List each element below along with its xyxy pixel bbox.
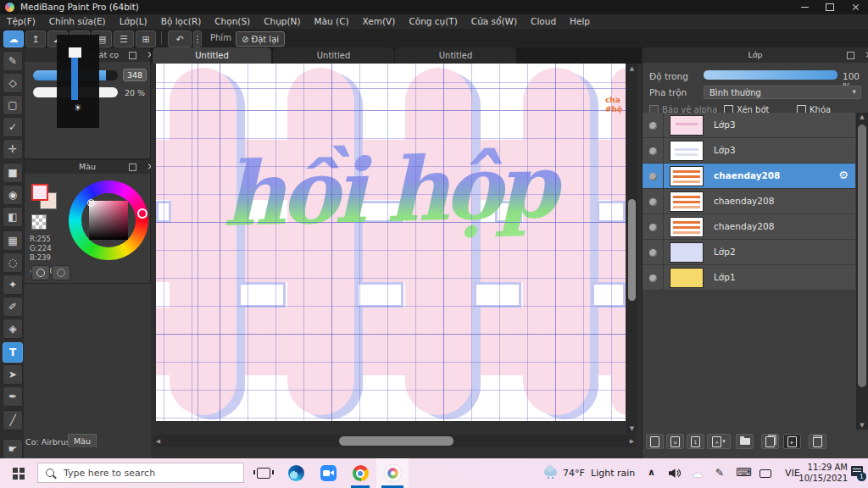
- undo-menu-button[interactable]: ⋮: [193, 30, 202, 47]
- layer-row[interactable]: Lớp1: [643, 265, 855, 291]
- cloud-sync-button[interactable]: ☁: [3, 30, 24, 47]
- layer-visibility-toggle[interactable]: [643, 138, 664, 164]
- menu-bo-loc[interactable]: Bộ lọc(R): [154, 14, 209, 29]
- popout-icon[interactable]: [129, 52, 136, 59]
- menu-help[interactable]: Help: [563, 14, 597, 29]
- undo-button[interactable]: ↶: [168, 30, 192, 47]
- transparent-color-swatch[interactable]: [31, 214, 47, 230]
- canvas[interactable]: hồi hộp cha #hộ: [156, 64, 626, 421]
- color-dock-tab[interactable]: Màu: [68, 434, 97, 447]
- layer-row-selected[interactable]: chaenday208 ⚙: [643, 164, 855, 189]
- delete-layer-button[interactable]: [809, 434, 826, 449]
- weather-temp[interactable]: 74°F: [563, 468, 585, 479]
- layers-scrollbar[interactable]: ▲ ▼: [856, 113, 868, 430]
- popout-icon[interactable]: [847, 52, 854, 59]
- search-input[interactable]: [37, 463, 244, 483]
- menu-cong-cu[interactable]: Công cụ(T): [402, 14, 464, 29]
- horizontal-scroll-thumb[interactable]: [339, 436, 453, 446]
- new-folder-button[interactable]: [736, 434, 754, 449]
- foreground-color-swatch[interactable]: [31, 184, 48, 201]
- menu-mau[interactable]: Màu (C): [308, 14, 356, 29]
- onedrive-icon[interactable]: ☁: [692, 467, 703, 480]
- slider-track[interactable]: [71, 58, 78, 100]
- tool-select-pen[interactable]: ✐: [3, 297, 23, 317]
- scroll-up-icon[interactable]: ▲: [856, 114, 868, 120]
- task-view-button[interactable]: [248, 458, 280, 488]
- layers-scroll-thumb[interactable]: [858, 125, 866, 387]
- weather-desc[interactable]: Light rain: [591, 468, 635, 479]
- tool-brush[interactable]: ✎: [3, 51, 23, 71]
- tool-gradient[interactable]: ◧: [3, 207, 23, 227]
- menu-chup[interactable]: Chụp(N): [257, 14, 307, 29]
- menu-chinh-sua[interactable]: Chỉnh sửa(E): [42, 14, 113, 29]
- close-button[interactable]: [843, 0, 868, 14]
- palette-button[interactable]: [31, 265, 50, 280]
- layer-row[interactable]: chaenday208: [643, 214, 855, 240]
- menu-lop[interactable]: Lớp(L): [113, 14, 154, 29]
- start-button[interactable]: [0, 458, 37, 488]
- add-layer-menu-button[interactable]: +▾: [707, 434, 731, 449]
- tool-magic-wand[interactable]: ✦: [3, 274, 23, 295]
- edge-app-button[interactable]: [280, 458, 312, 488]
- scroll-down-icon[interactable]: ▼: [856, 422, 868, 429]
- add-8bit-layer-button[interactable]: a: [666, 434, 684, 449]
- document-tab-2[interactable]: Untitled: [273, 47, 394, 64]
- tool-lasso[interactable]: ◌: [3, 252, 23, 273]
- menu-cloud[interactable]: Cloud: [524, 14, 563, 29]
- menu-xem[interactable]: Xem(V): [356, 14, 403, 29]
- tool-text[interactable]: T: [3, 342, 23, 363]
- menu-tep[interactable]: Tệp(F): [0, 14, 42, 29]
- add-layer-button[interactable]: [646, 434, 664, 449]
- menu-cua-so[interactable]: Cửa sổ(W): [465, 14, 524, 29]
- document-tab-1[interactable]: Untitled: [153, 47, 271, 64]
- minimize-button[interactable]: [792, 0, 817, 14]
- duplicate-layer-button[interactable]: [761, 434, 779, 449]
- grid-button[interactable]: ⊞: [136, 30, 156, 47]
- layer-visibility-toggle[interactable]: [643, 189, 664, 214]
- tool-eyedropper[interactable]: ╱: [3, 410, 23, 430]
- document-tab-3[interactable]: Untitled: [395, 47, 516, 64]
- palette-add-button[interactable]: [52, 265, 70, 280]
- tool-select-eraser[interactable]: ◈: [3, 319, 23, 339]
- popout-icon[interactable]: [129, 164, 136, 171]
- layer-row[interactable]: Lớp2: [643, 240, 855, 265]
- touch-keyboard-icon[interactable]: ⌨: [736, 466, 752, 479]
- layer-row[interactable]: Lớp3: [643, 138, 855, 164]
- tool-dot-pen[interactable]: ✓: [3, 117, 23, 137]
- saturation-value-square[interactable]: [89, 201, 128, 240]
- layer-opacity-slider[interactable]: [704, 70, 837, 80]
- volume-icon[interactable]: [668, 467, 681, 483]
- chrome-app-button[interactable]: [344, 458, 376, 488]
- canvas-horizontal-scrollbar[interactable]: ◀ ▶: [153, 435, 637, 447]
- list-button[interactable]: ☰: [114, 30, 134, 47]
- restore-button[interactable]: [817, 0, 843, 14]
- tool-move[interactable]: ✛: [3, 139, 23, 159]
- scroll-left-icon[interactable]: ◀: [153, 438, 164, 445]
- scroll-up-icon[interactable]: ▲: [626, 65, 637, 72]
- merge-layer-button[interactable]: ▸: [783, 434, 801, 449]
- video-app-button[interactable]: [312, 458, 344, 488]
- reset-button[interactable]: ⊘ Đặt lại: [236, 31, 285, 47]
- add-1bit-layer-button[interactable]: 1: [687, 434, 704, 449]
- layer-row[interactable]: Lớp3: [643, 113, 855, 138]
- layer-visibility-toggle[interactable]: [643, 113, 664, 138]
- tool-select[interactable]: ▦: [3, 230, 23, 251]
- tool-operation[interactable]: ➤: [3, 364, 23, 385]
- vertical-scroll-thumb[interactable]: [628, 199, 636, 301]
- layer-settings-gear-icon[interactable]: ⚙: [838, 169, 849, 181]
- layer-visibility-toggle[interactable]: [643, 265, 664, 291]
- brush-size-value[interactable]: 348: [123, 69, 147, 81]
- clock[interactable]: 11:29 AM 10/15/2021: [795, 462, 848, 484]
- tray-expand-chevron-icon[interactable]: ∧: [648, 467, 655, 478]
- layer-row[interactable]: chaenday208: [643, 189, 855, 214]
- tool-hand[interactable]: ☛: [3, 439, 23, 459]
- export-button[interactable]: ↥: [25, 30, 46, 47]
- windows-ink-pen-icon[interactable]: ✎: [715, 467, 724, 479]
- canvas-vertical-scrollbar[interactable]: ▲ ▼: [626, 64, 637, 434]
- weather-icon[interactable]: [544, 469, 557, 476]
- layer-visibility-toggle[interactable]: [643, 214, 664, 240]
- layer-visibility-toggle[interactable]: [643, 240, 664, 265]
- slider-handle[interactable]: [69, 47, 81, 58]
- scroll-right-icon[interactable]: ▶: [626, 438, 637, 445]
- tool-figure-brush[interactable]: ▢: [3, 95, 23, 115]
